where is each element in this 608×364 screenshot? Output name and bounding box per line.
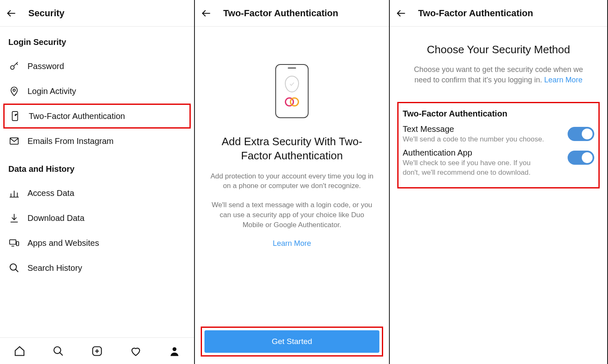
search-icon [8, 262, 20, 274]
page-title: Two-Factor Authentication [223, 8, 338, 19]
svg-point-14 [10, 264, 16, 270]
choose-method-screen: Two-Factor Authentication Choose Your Se… [390, 0, 608, 364]
menu-item-search-history[interactable]: Search History [0, 255, 194, 280]
intro-sub-1: Add protection to your account every tim… [209, 171, 375, 191]
phone-illustration [275, 64, 309, 118]
download-icon [8, 212, 20, 224]
back-arrow-icon[interactable] [201, 8, 212, 19]
header: Security [0, 0, 194, 27]
learn-more-link[interactable]: Learn More [544, 76, 583, 84]
menu-item-access-data[interactable]: Access Data [0, 181, 194, 206]
page-title: Two-Factor Authentication [418, 8, 533, 19]
header: Two-Factor Authentication [390, 0, 607, 27]
security-screen: Security Login Security Password Login A… [0, 0, 195, 364]
menu-item-label: Two-Factor Authentication [29, 111, 125, 121]
svg-rect-11 [10, 240, 16, 244]
learn-more-link[interactable]: Learn More [273, 239, 311, 248]
svg-rect-12 [16, 242, 18, 246]
svg-point-21 [173, 347, 177, 351]
add-post-icon[interactable] [91, 345, 103, 357]
back-arrow-icon[interactable] [396, 8, 406, 19]
bottom-nav [0, 337, 194, 364]
svg-line-17 [60, 352, 62, 355]
menu-item-password[interactable]: Password [0, 54, 194, 79]
methods-box-title: Two-Factor Authentication [403, 109, 594, 119]
toggle-text-message[interactable] [568, 127, 594, 141]
bar-chart-icon [8, 187, 20, 199]
intro-sub-2: We'll send a text message with a login c… [209, 200, 375, 230]
rings-icon [285, 97, 299, 106]
menu-item-login-activity[interactable]: Login Activity [0, 79, 194, 104]
svg-line-15 [15, 269, 18, 272]
intro-body: Add Extra Security With Two-Factor Authe… [195, 27, 389, 322]
get-started-button[interactable]: Get Started [204, 330, 379, 353]
search-nav-icon[interactable] [52, 345, 65, 357]
menu-item-label: Password [27, 62, 64, 71]
menu-item-label: Login Activity [27, 87, 76, 96]
section-login-security: Login Security Password Login Activity T… [0, 27, 194, 154]
get-started-highlight: Get Started [201, 327, 383, 357]
menu-item-label: Apps and Websites [27, 238, 99, 248]
method-title: Text Message [403, 124, 544, 134]
intro-footer: Get Started [195, 322, 389, 364]
shield-phone-icon [10, 110, 21, 122]
devices-icon [8, 237, 20, 249]
choose-heading: Choose Your Security Method [427, 43, 570, 56]
method-text-message: Text Message We'll send a code to the nu… [403, 124, 594, 144]
svg-point-2 [13, 89, 15, 91]
two-factor-intro-screen: Two-Factor Authentication Add Extra Secu… [195, 0, 390, 364]
header: Two-Factor Authentication [195, 0, 389, 27]
shield-check-icon [285, 76, 299, 92]
intro-heading: Add Extra Security With Two-Factor Authe… [207, 135, 376, 163]
methods-highlight-box: Two-Factor Authentication Text Message W… [397, 102, 600, 188]
svg-point-16 [54, 347, 60, 353]
menu-item-two-factor[interactable]: Two-Factor Authentication [3, 104, 191, 129]
section-label: Data and History [0, 154, 194, 181]
menu-item-apps-websites[interactable]: Apps and Websites [0, 230, 194, 255]
svg-rect-3 [12, 111, 17, 121]
page-title: Security [28, 8, 65, 19]
menu-item-download-data[interactable]: Download Data [0, 206, 194, 230]
menu-item-label: Search History [27, 263, 82, 273]
home-icon[interactable] [13, 345, 26, 357]
envelope-icon [8, 135, 20, 147]
section-data-history: Data and History Access Data Download Da… [0, 154, 194, 280]
menu-item-label: Download Data [27, 213, 85, 223]
menu-item-emails[interactable]: Emails From Instagram [0, 129, 194, 154]
section-label: Login Security [0, 27, 194, 54]
pin-icon [8, 85, 20, 97]
heart-icon[interactable] [130, 345, 142, 357]
method-desc: We'll check to see if you have one. If y… [403, 158, 544, 177]
back-arrow-icon[interactable] [6, 8, 17, 19]
profile-icon[interactable] [168, 345, 181, 357]
menu-item-label: Access Data [27, 188, 74, 198]
choose-sub: Choose you want to get the security code… [407, 64, 590, 85]
choose-body: Choose Your Security Method Choose you w… [390, 27, 607, 188]
menu-item-label: Emails From Instagram [27, 136, 114, 146]
method-title: Authentication App [403, 148, 544, 158]
method-desc: We'll send a code to the number you choo… [403, 135, 544, 144]
key-icon [8, 60, 20, 72]
toggle-auth-app[interactable] [568, 151, 594, 165]
svg-point-1 [10, 66, 14, 69]
method-auth-app: Authentication App We'll check to see if… [403, 148, 594, 177]
